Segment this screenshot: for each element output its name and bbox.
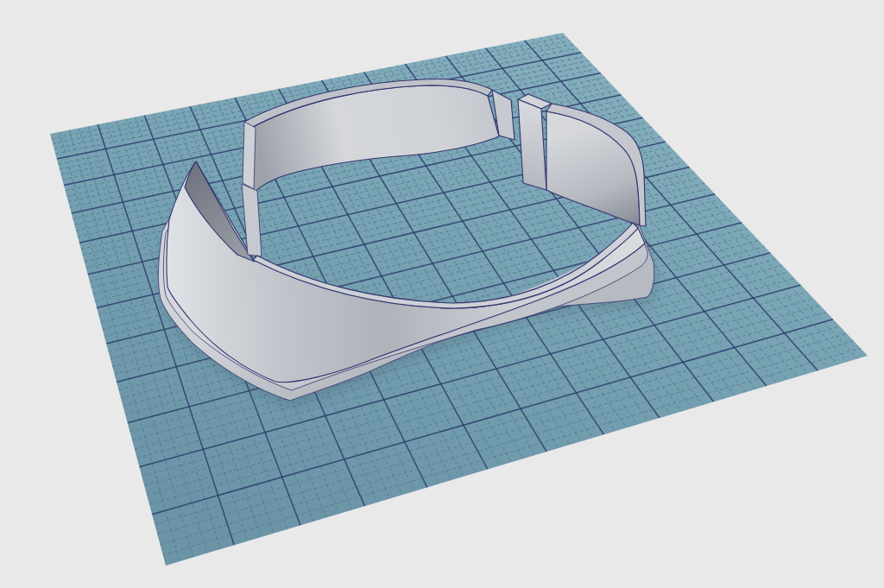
app-window bbox=[0, 0, 884, 588]
viewport-3d[interactable] bbox=[0, 0, 884, 588]
left-notch-end-face-upper bbox=[243, 122, 256, 189]
